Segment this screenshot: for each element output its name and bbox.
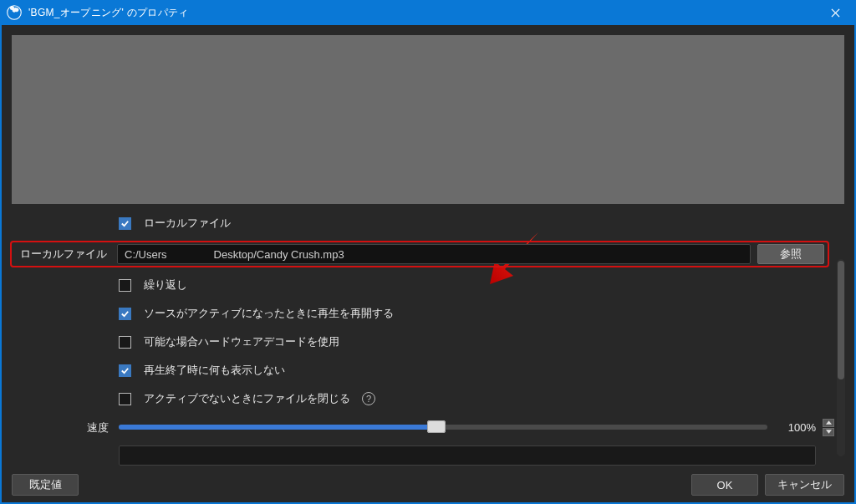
preview-area <box>2 25 854 204</box>
row-hardware-decode: 可能な場合ハードウェアデコードを使用 <box>12 331 834 353</box>
speed-slider-thumb[interactable] <box>427 420 446 433</box>
svg-point-0 <box>8 6 22 20</box>
row-show-nothing-done: 再生終了時に何も表示しない <box>12 359 834 381</box>
local-file-checkbox[interactable] <box>119 217 131 230</box>
show-nothing-checkbox[interactable] <box>119 364 131 377</box>
ok-button-label: OK <box>717 479 733 491</box>
obs-icon <box>7 5 22 20</box>
preview-placeholder <box>12 35 844 204</box>
speed-slider-fill <box>119 425 436 430</box>
speed-step-up[interactable] <box>823 419 834 427</box>
cancel-button-label: キャンセル <box>777 477 832 492</box>
speed-value: 100% <box>774 421 816 434</box>
dialog-footer: 既定値 OK キャンセル <box>2 466 854 503</box>
row-speed: 速度 100% <box>12 416 834 438</box>
restart-playback-checkbox[interactable] <box>119 308 131 320</box>
cutoff-select[interactable] <box>119 445 816 466</box>
close-inactive-checkbox[interactable] <box>119 393 131 405</box>
hw-decode-label: 可能な場合ハードウェアデコードを使用 <box>144 334 339 349</box>
row-loop: 繰り返し <box>12 274 834 296</box>
speed-step-down[interactable] <box>823 428 834 436</box>
cancel-button[interactable]: キャンセル <box>765 474 844 496</box>
hw-decode-checkbox[interactable] <box>119 336 131 349</box>
local-file-path-input[interactable]: C:/Users Desktop/Candy Crush.mp3 <box>117 244 751 264</box>
path-segment-1: C:/Users <box>125 248 167 261</box>
local-file-label: ローカルファイル <box>12 247 117 262</box>
close-inactive-label: アクティブでないときにファイルを閉じる <box>144 391 350 406</box>
vertical-scrollbar[interactable] <box>837 259 845 456</box>
row-close-file-inactive: アクティブでないときにファイルを閉じる ? <box>12 388 834 410</box>
speed-spinner <box>823 419 834 436</box>
speed-slider[interactable] <box>119 425 767 430</box>
row-local-file-path: ローカルファイル C:/Users Desktop/Candy Crush.mp… <box>10 241 829 267</box>
row-cutoff-partial <box>12 445 834 466</box>
defaults-button[interactable]: 既定値 <box>12 474 79 496</box>
ok-button[interactable]: OK <box>691 474 758 496</box>
window-title: 'BGM_オープニング' のプロパティ <box>28 6 816 20</box>
show-nothing-label: 再生終了時に何も表示しない <box>144 363 285 378</box>
row-local-file-checkbox: ローカルファイル <box>12 212 834 234</box>
path-segment-2: Desktop/Candy Crush.mp3 <box>214 248 344 261</box>
loop-checkbox[interactable] <box>119 279 131 292</box>
defaults-button-label: 既定値 <box>29 477 62 492</box>
window-close-button[interactable] <box>816 0 854 25</box>
row-restart-playback: ソースがアクティブになったときに再生を再開する <box>12 303 834 324</box>
browse-button-label: 参照 <box>780 247 802 262</box>
speed-label: 速度 <box>12 419 119 435</box>
restart-playback-label: ソースがアクティブになったときに再生を再開する <box>144 306 394 321</box>
local-file-checkbox-label: ローカルファイル <box>144 216 231 231</box>
loop-label: 繰り返し <box>144 277 187 293</box>
scrollbar-thumb[interactable] <box>838 261 844 379</box>
help-icon[interactable]: ? <box>362 392 375 405</box>
browse-button[interactable]: 参照 <box>757 244 824 264</box>
titlebar: 'BGM_オープニング' のプロパティ <box>2 0 854 25</box>
